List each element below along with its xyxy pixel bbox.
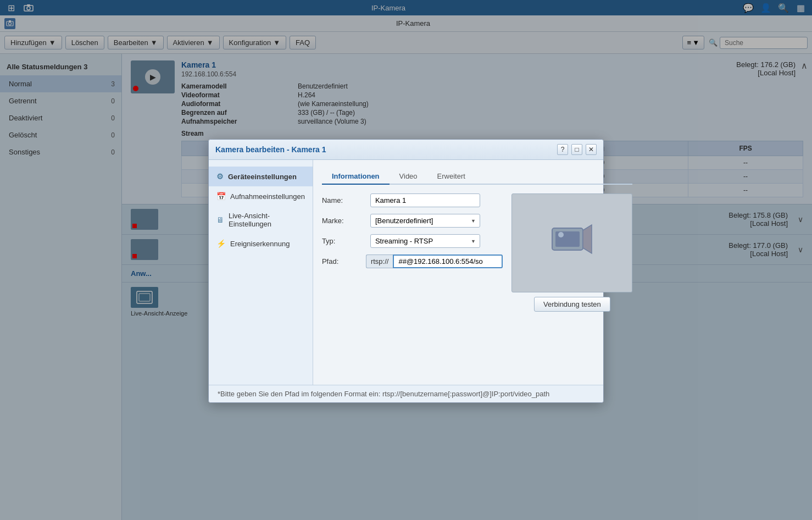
live-view-settings-icon: 🖥 <box>216 215 224 224</box>
modal-body: ⚙ Geräteeinstellungen 📅 Aufnahmeeinstell… <box>209 160 603 385</box>
modal-sidebar-recording-label: Aufnahmeeinstellungen <box>230 192 305 201</box>
preview-section: Verbindung testen <box>511 193 632 312</box>
path-input[interactable] <box>393 255 503 268</box>
brand-select-wrapper: [Benutzerdefiniert]AxisBoschCanon <box>370 214 480 228</box>
name-row: Name: <box>322 193 503 207</box>
form-and-preview: Name: Marke: [Benutzerdefiniert]AxisBosc… <box>322 193 633 312</box>
tab-information[interactable]: Informationen <box>322 169 390 185</box>
name-label: Name: <box>322 196 366 204</box>
modal-sidebar-event-detection[interactable]: ⚡ Ereigniserkennung <box>209 234 313 253</box>
modal-sidebar-liveview-label: Live-Ansicht-Einstellungen <box>229 212 305 228</box>
type-select[interactable]: Streaming - RTSPStreaming - MJPEG <box>370 234 480 248</box>
path-label: Pfad: <box>322 257 366 265</box>
modal-sidebar-live-view-settings[interactable]: 🖥 Live-Ansicht-Einstellungen <box>209 206 313 234</box>
path-row: Pfad: rtsp:// <box>322 255 503 268</box>
modal-close-button[interactable]: ✕ <box>586 144 597 155</box>
name-input[interactable] <box>370 193 480 207</box>
modal-title: Kamera bearbeiten - Kamera 1 <box>215 145 326 154</box>
modal-controls: ? □ ✕ <box>557 144 597 155</box>
type-row: Typ: Streaming - RTSPStreaming - MJPEG <box>322 234 503 248</box>
test-connection-button[interactable]: Verbindung testen <box>534 297 610 312</box>
modal-sidebar-events-label: Ereigniserkennung <box>230 240 290 248</box>
modal-footer: *Bitte geben Sie den Pfad im folgenden F… <box>209 385 603 402</box>
modal-footer-hint: *Bitte geben Sie den Pfad im folgenden F… <box>218 390 549 398</box>
type-label: Typ: <box>322 237 366 245</box>
camera-preview <box>511 193 632 292</box>
brand-row: Marke: [Benutzerdefiniert]AxisBoschCanon <box>322 214 503 228</box>
modal-content: Informationen Video Erweitert Name: <box>313 160 642 385</box>
brand-label: Marke: <box>322 217 366 225</box>
tab-advanced[interactable]: Erweitert <box>427 169 475 185</box>
modal-sidebar-recording-settings[interactable]: 📅 Aufnahmeeinstellungen <box>209 186 313 206</box>
modal-minimize-button[interactable]: □ <box>571 144 582 155</box>
modal-help-button[interactable]: ? <box>557 144 568 155</box>
brand-select[interactable]: [Benutzerdefiniert]AxisBoschCanon <box>370 214 480 228</box>
device-settings-icon: ⚙ <box>216 172 224 181</box>
modal-tabs: Informationen Video Erweitert <box>322 169 633 185</box>
path-prefix: rtsp:// <box>366 255 393 268</box>
modal-overlay: Kamera bearbeiten - Kamera 1 ? □ ✕ ⚙ Ger… <box>0 0 812 520</box>
edit-camera-modal: Kamera bearbeiten - Kamera 1 ? □ ✕ ⚙ Ger… <box>208 139 604 403</box>
type-select-wrapper: Streaming - RTSPStreaming - MJPEG <box>370 234 480 248</box>
recording-settings-icon: 📅 <box>216 192 226 201</box>
event-detection-icon: ⚡ <box>216 239 226 248</box>
tab-video[interactable]: Video <box>390 169 427 185</box>
modal-sidebar-device-settings[interactable]: ⚙ Geräteeinstellungen <box>209 167 313 186</box>
camera-preview-icon <box>550 223 594 263</box>
modal-titlebar: Kamera bearbeiten - Kamera 1 ? □ ✕ <box>209 140 603 160</box>
modal-sidebar-device-label: Geräteeinstellungen <box>228 173 297 181</box>
svg-marker-10 <box>583 225 592 253</box>
modal-sidebar: ⚙ Geräteeinstellungen 📅 Aufnahmeeinstell… <box>209 160 313 385</box>
svg-point-11 <box>558 232 564 237</box>
form-fields: Name: Marke: [Benutzerdefiniert]AxisBosc… <box>322 193 503 312</box>
